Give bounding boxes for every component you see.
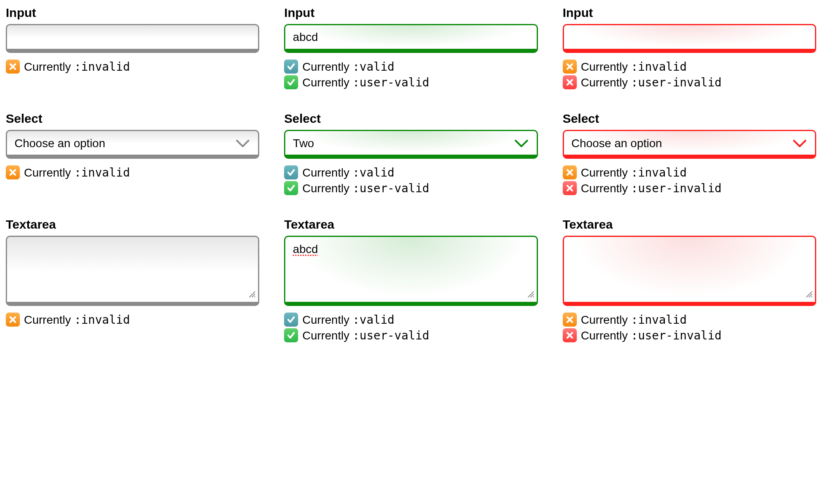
cross-mark-icon [6, 165, 20, 179]
status-text: Currently :user-invalid [581, 76, 722, 89]
status-row: Currently :valid [284, 60, 538, 74]
cross-mark-icon [6, 313, 20, 327]
cross-mark-icon [563, 75, 577, 89]
label-select: Select [563, 112, 816, 126]
status-text: Currently :invalid [581, 166, 687, 179]
status-row: Currently :user-valid [284, 328, 538, 342]
status-text: Currently :user-valid [302, 329, 429, 342]
select-wrapper: Choose an option [563, 130, 816, 159]
status-row: Currently :user-invalid [563, 75, 816, 89]
status-text: Currently :valid [302, 313, 394, 327]
cell-select-col1: Select Choose an option Currently :inval… [6, 112, 259, 197]
cell-textarea-col1: Textarea Currently :invalid [6, 217, 259, 344]
input-field[interactable] [563, 24, 816, 53]
select-wrapper: Choose an option [6, 130, 259, 159]
status-row: Currently :invalid [6, 313, 259, 327]
status-row: Currently :user-valid [284, 75, 538, 89]
status-list: Currently :valid Currently :user-valid [284, 313, 538, 342]
select-field[interactable]: Two [284, 130, 538, 159]
label-textarea: Textarea [284, 217, 538, 232]
cross-mark-icon [563, 165, 577, 179]
cross-mark-icon [563, 181, 577, 195]
select-wrapper: Two [284, 130, 538, 159]
cell-select-col3: Select Choose an option Currently :inval… [563, 112, 816, 197]
status-text: Currently :invalid [581, 60, 687, 74]
cell-input-col1: Input Currently :invalid [6, 6, 259, 91]
textarea-wrapper [563, 236, 816, 306]
cell-textarea-col3: Textarea Currently :invalid Currently :u… [563, 217, 816, 344]
status-row: Currently :invalid [563, 165, 816, 179]
check-mark-icon [284, 75, 298, 89]
select-field[interactable]: Choose an option [563, 130, 816, 159]
status-row: Currently :invalid [6, 165, 259, 179]
select-field[interactable]: Choose an option [6, 130, 259, 159]
status-list: Currently :invalid Currently :user-inval… [563, 165, 816, 195]
textarea-field[interactable] [6, 236, 259, 306]
cell-select-col2: Select Two Currently :valid Currently :u… [284, 112, 538, 197]
status-row: Currently :user-invalid [563, 181, 816, 195]
label-select: Select [6, 112, 259, 126]
cell-textarea-col2: Textarea abcd Currently :valid Currently… [284, 217, 538, 344]
status-text: Currently :invalid [24, 166, 130, 179]
status-list: Currently :invalid Currently :user-inval… [563, 60, 816, 89]
status-text: Currently :user-invalid [581, 329, 722, 342]
label-select: Select [284, 112, 538, 126]
textarea-field[interactable]: abcd [284, 236, 538, 306]
cross-mark-icon [563, 60, 577, 74]
status-text: Currently :valid [302, 60, 394, 74]
textarea-wrapper: abcd [284, 236, 538, 306]
status-row: Currently :invalid [6, 60, 259, 74]
status-list: Currently :invalid [6, 60, 259, 74]
status-text: Currently :invalid [24, 313, 130, 327]
status-row: Currently :user-invalid [563, 328, 816, 342]
check-mark-icon [284, 60, 298, 74]
cell-input-col2: Input Currently :valid Currently :user-v… [284, 6, 538, 91]
label-textarea: Textarea [563, 217, 816, 232]
check-mark-icon [284, 181, 298, 195]
input-field[interactable] [6, 24, 259, 53]
cross-mark-icon [563, 328, 577, 342]
status-list: Currently :valid Currently :user-valid [284, 165, 538, 195]
check-mark-icon [284, 165, 298, 179]
status-list: Currently :valid Currently :user-valid [284, 60, 538, 89]
label-textarea: Textarea [6, 217, 259, 232]
status-text: Currently :user-valid [302, 182, 429, 195]
input-field[interactable] [284, 24, 538, 53]
status-row: Currently :invalid [563, 60, 816, 74]
cross-mark-icon [563, 313, 577, 327]
status-row: Currently :user-valid [284, 181, 538, 195]
form-grid: Input Currently :invalid Input Currently… [6, 6, 816, 344]
status-text: Currently :valid [302, 166, 394, 179]
status-list: Currently :invalid [6, 313, 259, 327]
cell-input-col3: Input Currently :invalid Currently :user… [563, 6, 816, 91]
status-row: Currently :invalid [563, 313, 816, 327]
status-text: Currently :invalid [581, 313, 687, 327]
cross-mark-icon [6, 60, 20, 74]
label-input: Input [6, 6, 259, 20]
status-list: Currently :invalid Currently :user-inval… [563, 313, 816, 342]
check-mark-icon [284, 313, 298, 327]
status-text: Currently :invalid [24, 60, 130, 74]
label-input: Input [563, 6, 816, 20]
textarea-field[interactable] [563, 236, 816, 306]
label-input: Input [284, 6, 538, 20]
status-text: Currently :user-invalid [581, 182, 722, 195]
status-row: Currently :valid [284, 313, 538, 327]
check-mark-icon [284, 328, 298, 342]
status-row: Currently :valid [284, 165, 538, 179]
status-text: Currently :user-valid [302, 76, 429, 89]
textarea-wrapper [6, 236, 259, 306]
status-list: Currently :invalid [6, 165, 259, 179]
